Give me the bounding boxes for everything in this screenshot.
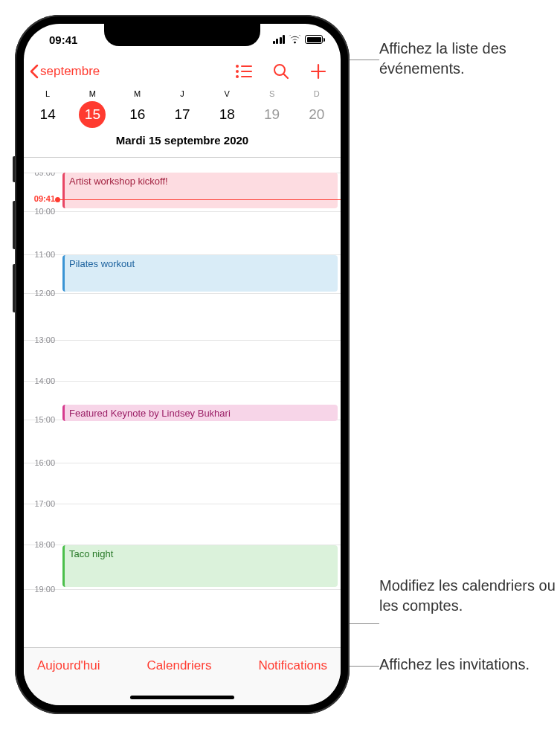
svg-line-7 [284, 74, 289, 79]
hour-label: 13:00 [24, 336, 59, 373]
calendar-event[interactable]: Pilates workout [62, 255, 338, 292]
weekday-label: D [295, 88, 339, 101]
back-button[interactable]: septembre [30, 64, 100, 79]
date-cell[interactable]: 17 [160, 101, 205, 128]
calendars-button[interactable]: Calendriers [147, 658, 211, 673]
date-number: 19 [259, 101, 286, 128]
date-cell[interactable]: 20 [295, 101, 339, 128]
hour-label: 12:00 [24, 289, 59, 327]
calendar-event[interactable]: Taco night [62, 545, 338, 587]
weekday-label: M [70, 88, 115, 101]
today-button[interactable]: Aujourd'hui [37, 658, 100, 673]
date-number: 17 [169, 101, 196, 128]
date-cell[interactable]: 18 [205, 101, 249, 128]
date-number: 15 [79, 101, 106, 128]
week-header: LMMJVSD 14151617181920 Mardi 15 septembr… [24, 88, 341, 158]
hour-row: 16:00 [24, 463, 341, 501]
svg-rect-1 [241, 65, 252, 67]
date-cell[interactable]: 16 [115, 101, 160, 128]
hour-label: 16:00 [24, 458, 59, 496]
calendar-event[interactable]: Featured Keynote by Lindsey Bukhari [62, 405, 338, 421]
wifi-icon [289, 35, 301, 44]
svg-point-2 [236, 70, 239, 73]
now-time-label: 09:41 [24, 194, 59, 203]
nav-bar: septembre [24, 55, 341, 88]
hour-label: 15:00 [24, 415, 59, 453]
hour-row: 19:00 [24, 589, 341, 628]
date-number: 14 [34, 101, 61, 128]
hour-row: 12:00 [24, 293, 341, 332]
signal-icon [273, 35, 286, 44]
svg-point-0 [236, 65, 239, 68]
add-event-button[interactable] [303, 57, 333, 86]
hour-row: 13:00 [24, 340, 341, 379]
date-number: 16 [124, 101, 151, 128]
hour-label: 18:00 [24, 540, 59, 578]
hour-label: 14:00 [24, 376, 59, 414]
home-indicator [130, 696, 234, 699]
annotation-calendars: Modifiez les calendriers ou les comptes. [379, 576, 560, 616]
notch [104, 24, 260, 46]
annotation-notifications: Affichez les invitations. [379, 655, 530, 675]
weekday-label: V [205, 88, 249, 101]
date-cell[interactable]: 19 [249, 101, 294, 128]
date-number: 20 [303, 101, 330, 128]
svg-rect-5 [241, 76, 252, 77]
phone-frame: 09:41 septembre [15, 15, 350, 714]
hour-label: 19:00 [24, 585, 59, 623]
annotation-list: Affichez la liste des événements. [379, 39, 560, 79]
search-button[interactable] [266, 57, 296, 86]
day-view[interactable]: 09:41 09:0010:0011:0012:0013:0014:0015:0… [24, 173, 341, 649]
weekday-label: L [25, 88, 70, 101]
hour-row: 15:00 [24, 420, 341, 458]
notifications-button[interactable]: Notifications [258, 658, 327, 673]
back-label: septembre [40, 64, 100, 79]
weekday-label: J [160, 88, 205, 101]
hour-label: 17:00 [24, 499, 59, 537]
screen: 09:41 septembre [24, 24, 341, 705]
hour-label: 11:00 [24, 250, 59, 288]
weekday-label: S [249, 88, 294, 101]
calendar-event[interactable]: Artist workshop kickoff! [62, 173, 338, 208]
status-time: 09:41 [49, 33, 77, 46]
hour-row: 17:00 [24, 504, 341, 542]
list-view-button[interactable] [229, 57, 259, 86]
weekday-label: M [115, 88, 160, 101]
date-cell[interactable]: 14 [25, 101, 70, 128]
svg-point-4 [236, 75, 239, 78]
date-number: 18 [213, 101, 240, 128]
search-icon [273, 63, 289, 80]
chevron-left-icon [30, 64, 39, 79]
svg-rect-3 [241, 71, 252, 72]
list-icon [236, 65, 252, 78]
hour-row: 10:00 [24, 211, 341, 250]
now-indicator [59, 199, 341, 200]
battery-icon [305, 35, 323, 44]
full-date: Mardi 15 septembre 2020 [25, 128, 339, 150]
hour-label: 10:00 [24, 207, 59, 245]
plus-icon [310, 63, 326, 80]
date-cell[interactable]: 15 [70, 101, 115, 128]
